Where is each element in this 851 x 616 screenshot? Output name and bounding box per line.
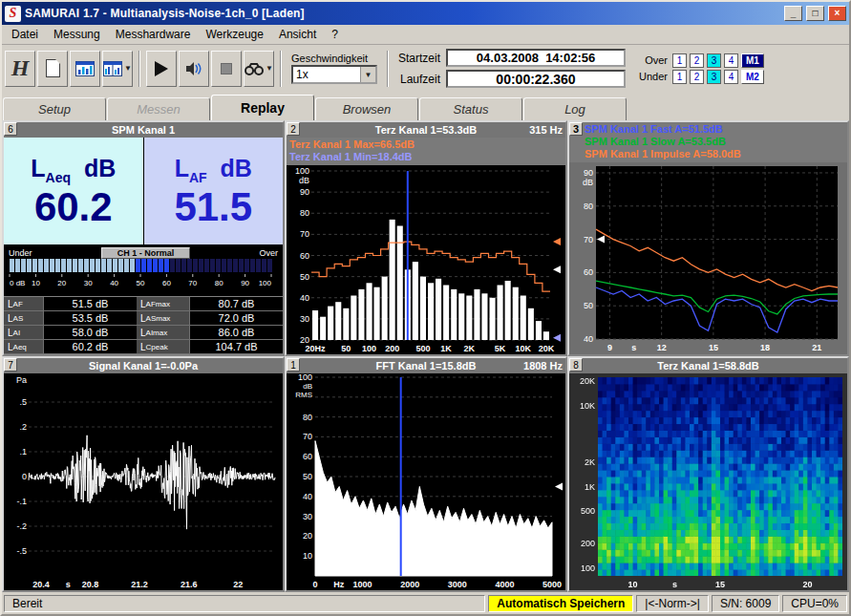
level-meter-bar[interactable]: 0 dB102030405060708090100 <box>9 259 278 295</box>
svg-text:18: 18 <box>760 343 770 352</box>
chevron-down-icon: ▼ <box>266 64 273 73</box>
svg-text:70: 70 <box>300 229 309 239</box>
menu-werkzeuge[interactable]: Werkzeuge <box>198 26 270 43</box>
history-legend-1: SPM Kanal 1 Slow A=53.5dB <box>585 136 844 148</box>
metric-label: LAS <box>4 311 44 326</box>
terz-chart[interactable]: 1009080706050403020dB20Hz501002005001K2K… <box>287 165 565 356</box>
minimize-button[interactable]: _ <box>784 6 802 21</box>
svg-text:4000: 4000 <box>495 580 514 589</box>
over-channel-1[interactable]: 1 <box>672 53 687 68</box>
panel-spm-titlebar[interactable]: 6 SPM Kanal 1 <box>4 122 283 138</box>
tab-bar: SetupMessenReplayBrowsenStatusLog <box>2 92 849 120</box>
svg-text:21: 21 <box>812 343 821 352</box>
m2-button[interactable]: M2 <box>741 70 764 84</box>
status-bar: Bereit Automatisch Speichern |<-Norm->| … <box>2 592 849 614</box>
svg-text:50: 50 <box>341 344 351 353</box>
over-channel-2[interactable]: 2 <box>690 53 704 68</box>
tab-messen[interactable]: Messen <box>107 97 210 120</box>
fft-chart[interactable]: 1008070605040302010dBRMS0100020003000400… <box>287 373 565 592</box>
speed-combobox[interactable]: 1x ▼ <box>291 65 377 84</box>
panel-sono-titlebar[interactable]: 8 Terz Kanal 1=58.8dB <box>569 358 847 373</box>
under-channel-4[interactable]: 4 <box>724 70 738 84</box>
signal-chart[interactable]: .5.2.10-.1-.2-.5Pa20.420.821.221.622s <box>4 373 283 592</box>
panel-history-number[interactable]: 3 <box>569 122 583 136</box>
panel-signal-number[interactable]: 7 <box>4 358 17 372</box>
panel-spm-title: SPM Kanal 1 <box>112 124 175 136</box>
panel-terz-titlebar[interactable]: 2 Terz Kanal 1=53.3dB 315 Hz <box>287 122 565 138</box>
svg-text:Pa: Pa <box>16 375 27 385</box>
fft-cursor-frequency: 1808 Hz <box>523 360 563 372</box>
autosave-indicator[interactable]: Automatisch Speichern <box>488 595 633 612</box>
new-file-button[interactable] <box>37 51 68 87</box>
app-logo-icon: S <box>5 6 21 22</box>
samurai-logo-button[interactable]: H <box>5 51 35 87</box>
svg-text:100: 100 <box>295 166 309 176</box>
svg-text:5000: 5000 <box>543 580 562 589</box>
terz-cursor-frequency: 315 Hz <box>529 124 563 136</box>
maximize-button[interactable]: □ <box>806 6 824 21</box>
svg-text:0: 0 <box>312 580 317 589</box>
svg-text:10: 10 <box>628 580 638 589</box>
svg-text:0 dB: 0 dB <box>10 279 25 287</box>
menu-ansicht[interactable]: Ansicht <box>271 26 324 43</box>
chart-window-button[interactable] <box>70 51 100 87</box>
search-button[interactable]: ▼ <box>244 51 274 87</box>
panel-fft-titlebar[interactable]: 1 FFT Kanal 1=15.8dB 1808 Hz <box>287 358 565 373</box>
over-channel-3[interactable]: 3 <box>707 53 721 68</box>
panel-fft-number[interactable]: 1 <box>287 358 300 372</box>
panel-spm-number[interactable]: 6 <box>4 122 17 136</box>
tab-status[interactable]: Status <box>419 97 522 120</box>
tab-setup[interactable]: Setup <box>3 97 106 120</box>
title-bar[interactable]: S SAMURAI 1.7 - Multianalysis-Noise-1ch_… <box>2 2 849 25</box>
audio-output-button[interactable] <box>179 51 209 87</box>
svg-text:40: 40 <box>303 492 312 501</box>
tab-replay[interactable]: Replay <box>211 95 314 120</box>
svg-text:40: 40 <box>584 334 593 344</box>
svg-text:Hz: Hz <box>333 580 344 589</box>
metric-value: 60.2 dB <box>44 340 137 354</box>
under-channel-1[interactable]: 1 <box>672 70 687 84</box>
layout-dropdown-button[interactable]: ▼ <box>102 51 133 87</box>
svg-text:500: 500 <box>415 344 430 353</box>
history-chart[interactable]: 908070605040dB912151821s <box>569 162 847 356</box>
svg-text:2K: 2K <box>585 457 595 467</box>
svg-text:20K: 20K <box>580 376 595 386</box>
svg-text:60: 60 <box>300 251 309 261</box>
over-channel-4[interactable]: 4 <box>724 53 738 68</box>
menu-messhardware[interactable]: Messhardware <box>108 26 199 43</box>
svg-text:70: 70 <box>584 235 593 244</box>
panel-signal-titlebar[interactable]: 7 Signal Kanal 1=-0.0Pa <box>4 358 283 373</box>
svg-text:40: 40 <box>110 279 118 287</box>
speed-group: Geschwindigkeit 1x ▼ <box>291 53 377 84</box>
play-button[interactable] <box>146 51 177 87</box>
level-meter-svg: 0 dB102030405060708090100 <box>9 259 278 291</box>
meter-under-label: Under <box>9 248 32 258</box>
menu-[interactable]: ? <box>324 26 346 43</box>
svg-text:40: 40 <box>300 293 309 303</box>
panel-terz-number[interactable]: 2 <box>287 122 300 136</box>
m1-button[interactable]: M1 <box>741 53 764 68</box>
terz-plot-svg: 1009080706050403020dB20Hz501002005001K2K… <box>287 165 565 354</box>
start-time-label: Startzeit <box>398 52 440 65</box>
menu-datei[interactable]: Datei <box>4 26 46 43</box>
svg-text:20: 20 <box>57 279 66 287</box>
under-channel-3[interactable]: 3 <box>707 70 721 84</box>
norm-indicator[interactable]: |<-Norm->| <box>636 595 709 612</box>
under-label: Under <box>639 71 670 82</box>
window-layout-icon <box>103 61 122 76</box>
tab-browsen[interactable]: Browsen <box>315 97 418 120</box>
svg-text:100: 100 <box>581 563 595 573</box>
svg-text:100: 100 <box>362 344 376 353</box>
panel-sono-number[interactable]: 8 <box>569 358 583 372</box>
close-button[interactable]: × <box>828 6 846 21</box>
sonogram-chart[interactable]: 20K10K2K1K500200100101520s <box>569 373 847 590</box>
panel-history: 3 SPM Kanal 1 Fast A=51.5dBSPM Kanal 1 S… <box>567 120 849 356</box>
combo-dropdown-button[interactable]: ▼ <box>360 67 375 82</box>
stop-button[interactable] <box>211 51 242 87</box>
menu-messung[interactable]: Messung <box>46 26 108 43</box>
tab-log[interactable]: Log <box>523 97 627 120</box>
under-channel-2[interactable]: 2 <box>690 70 704 84</box>
run-time-field: 00:00:22.360 <box>446 70 626 88</box>
history-legend-2: SPM Kanal 1 Impulse A=58.0dB <box>585 148 844 160</box>
svg-text:200: 200 <box>385 344 399 353</box>
